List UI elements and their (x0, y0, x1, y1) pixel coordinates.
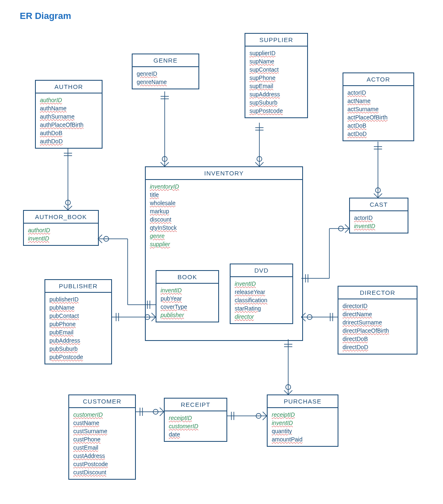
attr-label: supPhone (249, 74, 303, 82)
attr-label: directorID (343, 302, 413, 310)
attr-label: customerID (169, 422, 222, 430)
attr-label: receiptID (169, 414, 222, 422)
entity-supplier-title: SUPPLIER (245, 34, 307, 47)
entity-purchase: PURCHASE receiptIDinventIDquantityamount… (267, 394, 338, 447)
entity-book-body: inventIDpubYearcoverTypepublisher (156, 284, 218, 322)
attr-label: supplier (150, 240, 298, 248)
svg-point-21 (375, 188, 380, 193)
attr-label: inventoryID (150, 182, 298, 191)
attr-label: title (150, 191, 298, 199)
attr-label: director (235, 313, 288, 321)
entity-author-body: authorIDauthNameauthSurnameauthPlaceOfBi… (36, 93, 102, 148)
attr-label: authorID (40, 96, 98, 104)
attr-label: pubPhone (49, 320, 107, 328)
attr-label: actorID (347, 89, 409, 97)
svg-point-13 (162, 156, 167, 161)
attr-label: receiptID (272, 411, 333, 419)
attr-label: custPhone (73, 435, 131, 443)
entity-receipt-body: receiptIDcustomerIDdate (165, 411, 226, 441)
entity-director-title: DIRECTOR (338, 287, 417, 299)
attr-label: actSurname (347, 105, 409, 113)
attr-label: pubAddress (49, 336, 107, 345)
entity-publisher: PUBLISHER publisherIDpubNamepubContactpu… (44, 279, 112, 364)
entity-author-book: AUTHOR_BOOK authorIDinventID (23, 210, 99, 246)
attr-label: directPlaceOfBirth (343, 327, 413, 335)
attr-label: starRating (235, 304, 288, 313)
attr-label: custEmail (73, 443, 131, 452)
entity-inventory-title: INVENTORY (146, 167, 302, 180)
attr-label: pubPostcode (49, 353, 107, 361)
svg-point-7 (104, 236, 109, 241)
attr-label: custSurname (73, 427, 131, 435)
entity-cast-body: actorIDinventID (350, 211, 408, 233)
entity-customer-body: customerIDcustNamecustSurnamecustPhonecu… (69, 408, 135, 479)
entity-actor: ACTOR actorIDactNameactSurnameactPlaceOf… (343, 72, 414, 141)
attr-label: actDoD (347, 130, 409, 138)
attr-label: directDoD (343, 343, 413, 351)
entity-dvd-title: DVD (231, 264, 292, 277)
attr-label: custPostcode (73, 460, 131, 468)
entity-director-body: directorIDdirectNamedrirectSurnamedirect… (338, 299, 417, 354)
attr-label: actorID (354, 214, 403, 222)
attr-label: pubYear (161, 294, 214, 303)
attr-label: inventID (28, 234, 94, 243)
attr-label: supplierID (249, 49, 303, 57)
attr-label: coverType (161, 303, 214, 311)
attr-label: supAddress (249, 90, 303, 98)
attr-label: supName (249, 57, 303, 65)
entity-cast: CAST actorIDinventID (349, 198, 408, 233)
attr-label: inventID (235, 280, 288, 288)
entity-author-book-body: authorIDinventID (24, 224, 98, 245)
attr-label: classification (235, 296, 288, 304)
svg-point-3 (65, 200, 70, 205)
attr-label: amountPaid (272, 435, 333, 443)
entity-supplier: SUPPLIER supplierIDsupNamesupContactsupP… (245, 33, 308, 118)
attr-label: supPostcode (249, 107, 303, 115)
entity-cast-title: CAST (350, 198, 408, 211)
attr-label: supEmail (249, 82, 303, 90)
attr-label: actDoB (347, 121, 409, 130)
entity-book: BOOK inventIDpubYearcoverTypepublisher (156, 270, 219, 322)
entity-author-title: AUTHOR (36, 81, 102, 93)
attr-label: genreName (137, 78, 194, 86)
entity-publisher-title: PUBLISHER (45, 280, 111, 293)
entity-receipt-title: RECEIPT (165, 399, 226, 411)
entity-genre-title: GENRE (133, 54, 198, 67)
attr-label: authDoB (40, 129, 98, 137)
attr-label: inventID (161, 286, 214, 294)
entity-purchase-body: receiptIDinventIDquantityamountPaid (268, 408, 338, 446)
svg-point-17 (257, 156, 262, 161)
attr-label: customerID (73, 411, 131, 419)
attr-label: directDoB (343, 335, 413, 343)
entity-dvd: DVD inventIDreleaseYearclassificationsta… (230, 264, 293, 324)
attr-label: authDoD (40, 137, 98, 145)
entity-author-book-title: AUTHOR_BOOK (24, 211, 98, 224)
attr-label: pubName (49, 303, 107, 312)
entity-receipt: RECEIPT receiptIDcustomerIDdate (164, 398, 227, 442)
entity-genre-body: genreIDgenreName (133, 67, 198, 89)
attr-label: date (169, 430, 222, 439)
attr-label: drirectSurname (343, 318, 413, 327)
entity-inventory-body: inventoryIDtitlewholesalemarkupdiscountq… (146, 180, 302, 248)
attr-label: inventID (354, 222, 403, 230)
entity-customer-title: CUSTOMER (69, 395, 135, 408)
attr-label: releaseYear (235, 288, 288, 296)
entity-purchase-title: PURCHASE (268, 395, 338, 408)
attr-label: discount (150, 215, 298, 224)
entity-genre: GENRE genreIDgenreName (132, 54, 199, 89)
attr-label: markup (150, 207, 298, 215)
attr-label: genreID (137, 70, 194, 78)
attr-label: supSuburb (249, 98, 303, 107)
attr-label: authSurname (40, 112, 98, 121)
entity-dvd-body: inventIDreleaseYearclassificationstarRat… (231, 277, 292, 323)
attr-label: pubEmail (49, 328, 107, 336)
attr-label: genre (150, 232, 298, 240)
attr-label: publisher (161, 311, 214, 319)
attr-label: authPlaceOfBirth (40, 121, 98, 129)
attr-label: actName (347, 97, 409, 105)
svg-point-35 (307, 315, 312, 320)
entity-book-title: BOOK (156, 271, 218, 284)
entity-supplier-body: supplierIDsupNamesupContactsupPhonesupEm… (245, 47, 307, 117)
attr-label: authorID (28, 226, 94, 234)
attr-label: pubSuburb (49, 345, 107, 353)
